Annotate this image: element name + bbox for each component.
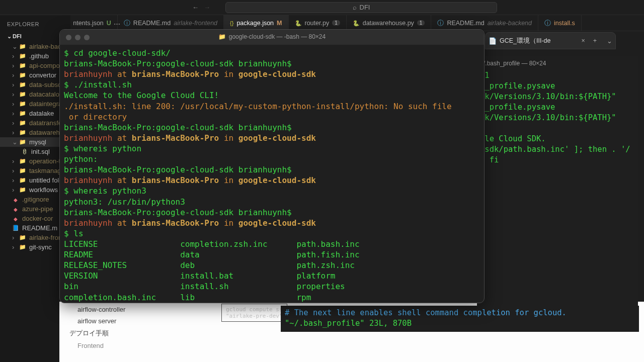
tab-label: README.md — [133, 20, 171, 27]
terminal-line: ./install.sh: line 200: /usr/local/my-cu… — [64, 101, 480, 112]
tab-label: install.s — [554, 20, 575, 27]
traffic-lights[interactable] — [66, 35, 90, 40]
tree-label: taskmanag — [29, 167, 61, 174]
tree-label: azure-pipe — [22, 205, 53, 213]
tree-label: .github — [29, 52, 49, 60]
terminal-line: brianhuynh at brians-MacBook-Pro in goog… — [64, 133, 480, 143]
titlebar: ← → ⌕ DFI — [0, 0, 644, 15]
folder-icon — [19, 101, 26, 107]
tabs-list-icon[interactable]: ⌄ — [607, 37, 612, 45]
folder-icon — [19, 53, 26, 59]
tree-label: datacatalog — [29, 90, 63, 98]
folder-icon — [19, 177, 26, 184]
editor-tab[interactable]: router.py1 — [289, 15, 347, 31]
tabs-overflow-icon[interactable]: ⋯ — [114, 20, 120, 28]
terminal-line: RELEASE_NOTES deb path.zsh.inc — [64, 260, 480, 270]
editor-tab[interactable]: README.mdairlake-frontend — [118, 15, 224, 31]
editor-tab[interactable]: README.mdairlake-backend — [431, 15, 538, 31]
tab-status: M — [277, 20, 282, 27]
terminal-line: =1 — [480, 70, 638, 81]
tree-label: data-subsc — [29, 81, 61, 88]
doc-code-box: gcloud compute ss "airlake-pre-dev" — [221, 304, 287, 322]
tree-label: mysql — [29, 138, 46, 146]
git-icon — [12, 216, 19, 222]
folder-icon — [19, 43, 26, 50]
terminal-line: brians-MacBook-Pro:google-cloud-sdk bria… — [64, 164, 480, 175]
folder-icon — [19, 244, 26, 250]
terminal-line: Welcome to the Google Cloud CLI! — [64, 90, 480, 101]
terminal-line: bin install.sh properties — [64, 281, 480, 292]
tab-label: package.json — [236, 20, 274, 27]
terminal-line: or directory — [64, 112, 480, 122]
terminal-line: rk/Versions/3.10/bin:${PATH}" — [480, 113, 638, 123]
new-tab-icon[interactable]: + — [590, 37, 600, 44]
editor-tab[interactable]: package.jsonM — [224, 15, 288, 31]
info-icon — [437, 19, 444, 28]
explorer-header: EXPLORER ⋯ — [0, 21, 70, 27]
folder-icon — [19, 158, 26, 164]
terminal-body[interactable]: $ cd google-cloud-sdk/brians-MacBook-Pro… — [60, 45, 484, 303]
terminal-line: n_profile.pysave — [480, 81, 638, 92]
nav-forward-icon[interactable]: → — [204, 4, 210, 11]
terminal-line: README data path.fish.inc — [64, 249, 480, 260]
browser-tab-title: GCE_環境（III-de — [500, 37, 551, 45]
tree-label: README.m — [22, 224, 57, 232]
tab-label: README.md — [447, 20, 484, 27]
terminal-line: brianhuynh at brians-MacBook-Pro in goog… — [64, 218, 480, 228]
terminal-line: brians-MacBook-Pro:google-cloud-sdk bria… — [64, 207, 480, 218]
tree-label: untitled fold — [29, 176, 63, 184]
nav-back-icon[interactable]: ← — [192, 4, 199, 11]
terminal-line: rk/Versions/3.10/bin:${PATH}" — [480, 92, 638, 102]
tab-status: U — [107, 20, 111, 27]
folder-icon — [19, 62, 26, 69]
terminal2-title: ~/.bash_profile — 80×24 — [480, 59, 638, 70]
tree-label: convertor — [29, 71, 56, 79]
command-center[interactable]: ⌕ DFI — [225, 2, 497, 13]
terminal-line: $ whereis python3 — [64, 186, 480, 196]
close-icon[interactable]: × — [579, 37, 587, 44]
tree-label: datawareho — [29, 129, 63, 136]
git-icon — [12, 206, 19, 212]
tab-status: 1 — [332, 20, 340, 26]
terminal-line: python: — [64, 154, 480, 164]
terminal-line: python3: /usr/bin/python3 — [64, 197, 480, 207]
editor-tab[interactable]: install.s — [538, 15, 582, 31]
tab-status: 1 — [417, 20, 425, 26]
tab-subpath: airlake-frontend — [174, 20, 217, 27]
tab-label: datawarehouse.py — [363, 20, 414, 27]
terminal-line: $ ./install.sh — [64, 79, 480, 90]
tree-label: datalake — [29, 110, 54, 117]
tree-label: dataintegra — [29, 100, 62, 108]
js-icon — [230, 20, 233, 27]
tab-label: ntents.json — [73, 20, 103, 27]
git-icon — [12, 197, 19, 203]
terminal-line: brianhuynh at brians-MacBook-Pro in goog… — [64, 175, 480, 186]
file-icon — [544, 19, 551, 28]
terminal-line: -sdk/path.bash.inc' ]; then . '/ — [480, 144, 638, 155]
folder-icon — [19, 139, 26, 145]
tree-label: datatransfe — [29, 119, 62, 127]
terminal-title-text: google-cloud-sdk — -bash — 80×24 — [229, 33, 326, 41]
editor-tab[interactable]: datawarehouse.py1 — [347, 15, 432, 31]
terminal-line: $ whereis python — [64, 143, 480, 154]
py-icon — [295, 20, 302, 27]
sql-icon — [21, 148, 28, 155]
terminal-bash-profile[interactable]: ~/.bash_profile — 80×24 =1n_profile.pysa… — [477, 56, 638, 308]
terminal-line: n_profile.pysave — [480, 102, 638, 113]
terminal-line: LICENSE completion.zsh.inc path.bash.inc — [64, 239, 480, 249]
folder-icon — [19, 129, 26, 136]
terminal-window[interactable]: 📁 google-cloud-sdk — -bash — 80×24 $ cd … — [59, 29, 485, 303]
browser-tab[interactable]: GCE_環境（III-de × + ⌄ — [485, 32, 616, 49]
explorer-title: EXPLORER — [7, 21, 39, 27]
doc-outline-item[interactable]: Frontend — [77, 340, 634, 351]
terminal-line: VERSION install.bat platform — [64, 270, 480, 281]
folder-icon — [19, 234, 26, 241]
terminal-line: " — [480, 123, 638, 134]
terminal-line: brianhuynh at brians-MacBook-Pro in goog… — [64, 69, 480, 79]
folder-icon: 📁 — [218, 33, 226, 41]
folder-icon — [19, 187, 26, 193]
folder-icon — [19, 167, 26, 174]
terminal-line: fi — [480, 155, 638, 165]
terminal-titlebar: 📁 google-cloud-sdk — -bash — 80×24 — [60, 30, 484, 45]
tab-subpath: airlake-backend — [488, 20, 532, 27]
